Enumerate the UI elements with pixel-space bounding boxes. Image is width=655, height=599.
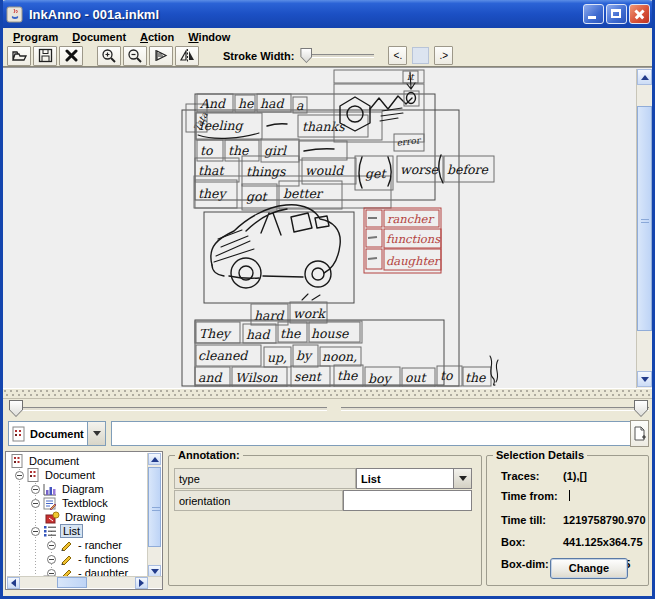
selection-details-panel: Selection Details Traces: (1),[] Time fr… xyxy=(486,455,649,586)
tree-horizontal-scrollbar[interactable] xyxy=(7,576,162,588)
arrow-down-icon xyxy=(641,377,649,382)
combo-dropdown-button[interactable] xyxy=(87,422,105,445)
tree-node-document[interactable]: Document xyxy=(15,468,97,482)
tree-scrollbar-thumb[interactable] xyxy=(148,467,161,547)
range-slider-right-track[interactable] xyxy=(341,407,649,411)
tree-collapse-handle[interactable] xyxy=(31,499,40,508)
ink-canvas-panel[interactable]: Tata And he had a feeling thanks to xyxy=(3,67,652,388)
annotation-panel-title: Annotation: xyxy=(175,449,243,461)
detail-box-dim: Box-dim: 153.75x143.5 xyxy=(501,558,549,570)
arrow-up-icon xyxy=(641,75,649,80)
tree-node-label: Document xyxy=(27,455,81,467)
tree-collapse-handle[interactable] xyxy=(31,527,40,536)
annotation-key-type[interactable]: type xyxy=(174,468,356,489)
flag-lines-icon xyxy=(153,48,169,63)
color-swatch-button[interactable] xyxy=(412,47,429,64)
ink-word: to xyxy=(440,368,454,383)
annotation-orientation-input[interactable] xyxy=(343,490,472,511)
scroll-up-button[interactable] xyxy=(637,69,652,85)
next-button[interactable]: .> xyxy=(434,46,453,65)
scroll-left-button[interactable] xyxy=(7,577,20,589)
range-slider-left-thumb[interactable] xyxy=(9,400,23,417)
new-annotation-button[interactable] xyxy=(630,420,649,447)
zoom-out-button[interactable] xyxy=(123,46,147,66)
detail-label: Traces: xyxy=(501,470,540,482)
ink-word: got xyxy=(246,189,269,204)
ink-word: Wilson xyxy=(235,370,279,385)
tree-vertical-scrollbar[interactable] xyxy=(147,453,161,577)
ink-word: the xyxy=(465,370,486,385)
menu-program[interactable]: Program xyxy=(9,30,66,44)
save-button[interactable] xyxy=(33,46,57,66)
stroke-width-slider-thumb[interactable] xyxy=(300,48,312,63)
tree-node-functions[interactable]: - functions xyxy=(47,552,131,566)
new-page-icon xyxy=(633,426,646,442)
tree-node-textblock[interactable]: Textblock xyxy=(31,496,110,510)
combo-dropdown-button[interactable] xyxy=(453,469,471,488)
tree-hscrollbar-thumb[interactable] xyxy=(57,577,87,588)
menu-window[interactable]: Window xyxy=(184,30,238,44)
scroll-down-button[interactable] xyxy=(637,371,652,387)
maximize-button[interactable] xyxy=(606,4,627,24)
delete-button[interactable] xyxy=(59,46,83,66)
menu-document[interactable]: Document xyxy=(68,30,134,44)
ink-word: the xyxy=(337,368,358,383)
canvas-vertical-scrollbar[interactable] xyxy=(636,69,652,388)
canvas-scrollbar-thumb[interactable] xyxy=(637,106,652,331)
element-type-value: Document xyxy=(30,428,87,440)
flag-button[interactable] xyxy=(149,46,173,66)
tree-node-label: - rancher xyxy=(76,539,124,551)
range-slider-left-track[interactable] xyxy=(13,407,327,411)
document-tree[interactable]: Document Document Diagram Textblock xyxy=(7,453,148,578)
detail-label: Box-dim: xyxy=(501,558,549,570)
tree-collapse-handle[interactable] xyxy=(47,555,56,564)
tree-collapse-handle[interactable] xyxy=(15,471,24,480)
text-caret[interactable] xyxy=(569,490,570,501)
range-slider-right-thumb[interactable] xyxy=(634,400,648,417)
prev-button[interactable]: <. xyxy=(388,46,407,65)
annotation-type-combobox[interactable]: List xyxy=(356,468,472,489)
ink-word: work xyxy=(293,306,326,321)
ink-word: things xyxy=(246,164,286,179)
split-pane-divider[interactable] xyxy=(3,388,652,399)
ink-word: get xyxy=(365,166,387,181)
stroke-width-slider[interactable] xyxy=(302,54,374,58)
scroll-up-button[interactable] xyxy=(148,453,161,465)
open-button[interactable] xyxy=(7,46,31,66)
minimize-button[interactable] xyxy=(583,4,604,24)
pencil-icon xyxy=(59,539,73,551)
detail-label: Time till: xyxy=(501,514,546,526)
element-type-combobox[interactable]: Document xyxy=(8,421,106,446)
scroll-right-button[interactable] xyxy=(135,577,148,589)
arrow-up-icon xyxy=(151,457,159,462)
annotation-text-input[interactable] xyxy=(111,421,632,446)
menu-action[interactable]: Action xyxy=(136,30,182,44)
title-bar[interactable]: InkAnno - 001a.inkml xyxy=(0,0,655,28)
tree-node-label-selected: List xyxy=(60,524,83,538)
ink-document[interactable]: Tata And he had a feeling thanks to xyxy=(3,68,635,387)
zoom-in-button[interactable] xyxy=(97,46,121,66)
ink-list-item: daughter xyxy=(386,254,441,268)
tree-node-list[interactable]: List xyxy=(31,524,83,538)
change-button[interactable]: Change xyxy=(550,558,628,579)
scrollbar-grip-icon xyxy=(152,507,160,513)
tree-node-drawing[interactable]: Drawing xyxy=(45,510,107,524)
close-button[interactable] xyxy=(629,4,650,24)
ink-word: feeling xyxy=(199,118,244,133)
save-floppy-icon xyxy=(38,48,53,63)
document-tree-panel[interactable]: Document Document Diagram Textblock xyxy=(5,451,163,590)
tree-node-rancher[interactable]: - rancher xyxy=(47,538,124,552)
annotation-key-orientation[interactable]: orientation xyxy=(174,490,343,511)
tree-collapse-handle[interactable] xyxy=(31,485,40,494)
flip-horizontal-button[interactable] xyxy=(175,46,199,66)
arrow-left-icon xyxy=(11,579,16,587)
tree-node-document-root[interactable]: Document xyxy=(11,454,81,468)
scrollbar-grip-icon xyxy=(641,219,649,225)
tree-node-label: - functions xyxy=(76,553,131,565)
ink-word: to xyxy=(200,143,214,158)
ink-word: better xyxy=(283,186,324,201)
tree-collapse-handle[interactable] xyxy=(47,541,56,550)
ink-word: They xyxy=(199,326,232,341)
annotation-panel: Annotation: type List orientation xyxy=(168,455,482,586)
tree-node-diagram[interactable]: Diagram xyxy=(31,482,106,496)
